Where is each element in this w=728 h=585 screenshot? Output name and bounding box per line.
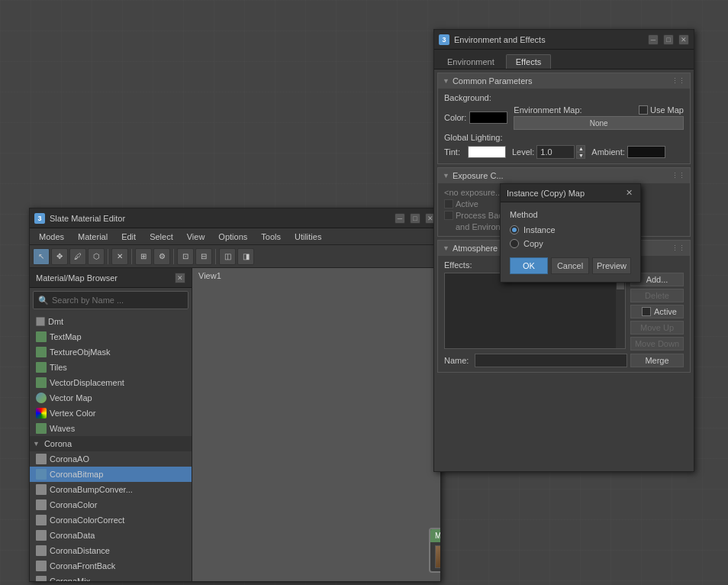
list-item-vector-map[interactable]: Vector Map <box>30 390 192 406</box>
active-effect-btn[interactable]: Active <box>630 305 684 318</box>
node-group[interactable]: Map #1 CoronaBitmap <box>429 528 440 573</box>
exposure-title[interactable]: ▼ Exposure C... ⋮⋮ <box>438 168 690 183</box>
item-label: TextMap <box>50 332 82 341</box>
common-params-title[interactable]: ▼ Common Parameters ⋮⋮ <box>438 73 690 89</box>
ok-button[interactable]: OK <box>510 257 548 274</box>
level-down-arrow[interactable]: ▼ <box>576 152 585 159</box>
toolbar-paint-btn[interactable]: 🖊 <box>69 248 86 265</box>
name-row: Name: Merge <box>444 354 684 367</box>
toolbar-link-btn[interactable]: ⬡ <box>88 248 105 265</box>
menu-utilities[interactable]: Utilities <box>288 231 327 243</box>
slate-content: Material/Map Browser ✕ 🔍 Dmt TextMap T <box>30 268 440 581</box>
env-map-button[interactable]: None <box>514 116 684 130</box>
level-field[interactable]: 1.0 <box>536 145 575 159</box>
menu-edit[interactable]: Edit <box>115 231 142 243</box>
menu-material[interactable]: Material <box>72 231 114 243</box>
connection-svg <box>192 268 440 581</box>
toolbar-options-btn[interactable]: ⚙ <box>153 248 170 265</box>
slate-menubar: Modes Material Edit Select View Options … <box>30 228 440 245</box>
browser-close-btn[interactable]: ✕ <box>175 273 185 283</box>
browser-panel-title: Material/Map Browser <box>36 273 172 283</box>
cancel-button[interactable]: Cancel <box>551 257 589 274</box>
list-item[interactable]: CoronaFrontBack <box>30 558 192 574</box>
preview-button[interactable]: Preview <box>592 257 631 274</box>
list-item[interactable]: CoronaAO <box>30 451 192 467</box>
slate-toolbar: ↖ ✥ 🖊 ⬡ ✕ ⊞ ⚙ ⊡ ⊟ ◫ ◨ <box>30 245 440 268</box>
item-label: TextureObjMask <box>50 347 110 357</box>
common-params-label: Common Parameters <box>453 76 533 86</box>
list-item[interactable]: Vertex Color <box>30 406 192 421</box>
toolbar-hide-btn[interactable]: ◫ <box>219 248 236 265</box>
delete-effect-btn[interactable]: Delete <box>630 289 684 302</box>
slate-maximize-btn[interactable]: □ <box>410 213 420 224</box>
item-label-waves: Waves <box>50 424 75 433</box>
list-item[interactable]: CoronaDistance <box>30 543 192 558</box>
list-item[interactable]: CoronaMix <box>30 574 192 581</box>
toolbar-move-btn[interactable]: ✥ <box>51 248 68 265</box>
active-effect-checkbox[interactable] <box>642 307 651 316</box>
list-item[interactable]: TextureObjMask <box>30 344 192 360</box>
name-field[interactable] <box>475 354 627 367</box>
radio-instance[interactable]: Instance <box>510 225 631 234</box>
level-up-arrow[interactable]: ▲ <box>576 145 585 152</box>
color-label: Color: <box>444 113 466 122</box>
search-input[interactable] <box>52 296 183 305</box>
level-spinner: ▲ ▼ <box>576 145 585 159</box>
menu-options[interactable]: Options <box>212 231 253 243</box>
ambient-color-swatch[interactable] <box>627 146 665 158</box>
env-minimize-btn[interactable]: ─ <box>648 34 659 45</box>
atmosphere-label: Atmosphere <box>453 244 498 253</box>
toolbar-delete-btn[interactable]: ✕ <box>111 248 128 265</box>
menu-modes[interactable]: Modes <box>33 231 70 243</box>
list-item-waves[interactable]: Waves <box>30 421 192 436</box>
menu-select[interactable]: Select <box>143 231 179 243</box>
dialog-close-btn[interactable]: ✕ <box>623 188 634 199</box>
section-corona[interactable]: ▼ Corona <box>30 436 192 451</box>
toolbar-sep-2 <box>131 249 132 264</box>
tint-color-swatch[interactable] <box>468 146 506 158</box>
slate-viewport[interactable]: View1 Map #1 CoronaBitmap <box>192 268 440 581</box>
common-params-content: Background: Color: Environment Map: Use … <box>438 89 690 163</box>
effects-scrollbar[interactable] <box>616 273 625 348</box>
item-label: CoronaBumpConver... <box>50 485 133 494</box>
toolbar-show-btn[interactable]: ◨ <box>237 248 254 265</box>
exposure-grip-icon: ⋮⋮ <box>672 172 685 179</box>
search-box[interactable]: 🔍 <box>33 291 188 309</box>
background-color-swatch[interactable] <box>469 112 507 124</box>
toolbar-sep-3 <box>173 249 174 264</box>
move-up-btn[interactable]: Move Up <box>630 321 684 335</box>
menu-tools[interactable]: Tools <box>255 231 287 243</box>
list-item[interactable]: VectorDisplacement <box>30 375 192 390</box>
env-window-title: Environment and Effects <box>454 35 643 44</box>
list-item[interactable]: CoronaColorCorrect <box>30 512 192 528</box>
toolbar-grid-btn[interactable]: ⊞ <box>135 248 152 265</box>
tab-environment[interactable]: Environment <box>437 54 504 69</box>
slate-minimize-btn[interactable]: ─ <box>395 213 405 224</box>
merge-btn[interactable]: Merge <box>630 354 684 367</box>
use-map-checkbox[interactable] <box>639 105 648 115</box>
list-item[interactable]: Dmt <box>30 314 192 329</box>
list-item[interactable]: CoronaData <box>30 528 192 543</box>
process-back-checkbox[interactable] <box>444 211 453 220</box>
radio-copy[interactable]: Copy <box>510 239 631 248</box>
list-item-corona-bitmap[interactable]: CoronaBitmap <box>30 467 192 482</box>
menu-view[interactable]: View <box>181 231 211 243</box>
toolbar-select-btn[interactable]: ↖ <box>33 248 50 265</box>
atm-layout: Add... Delete Active Move Up Move Down <box>444 273 684 351</box>
list-item[interactable]: TextMap <box>30 329 192 344</box>
env-window-icon: 3 <box>439 34 449 45</box>
list-item[interactable]: CoronaColor <box>30 497 192 512</box>
list-item[interactable]: CoronaBumpConver... <box>30 482 192 497</box>
list-item[interactable]: Tiles <box>30 360 192 375</box>
toolbar-zoom2-btn[interactable]: ⊟ <box>195 248 212 265</box>
tab-effects[interactable]: Effects <box>506 54 551 69</box>
radio-group: Instance Copy <box>510 225 631 248</box>
active-checkbox[interactable] <box>444 199 453 208</box>
env-close-btn[interactable]: ✕ <box>678 34 689 45</box>
corona-bitmap-node[interactable]: Map #1 CoronaBitmap <box>429 528 440 573</box>
env-maximize-btn[interactable]: □ <box>663 34 674 45</box>
material-map-browser: Material/Map Browser ✕ 🔍 Dmt TextMap T <box>30 268 192 581</box>
toolbar-zoom-btn[interactable]: ⊡ <box>177 248 194 265</box>
effects-list-box[interactable] <box>444 273 626 349</box>
move-down-btn[interactable]: Move Down <box>630 337 684 351</box>
